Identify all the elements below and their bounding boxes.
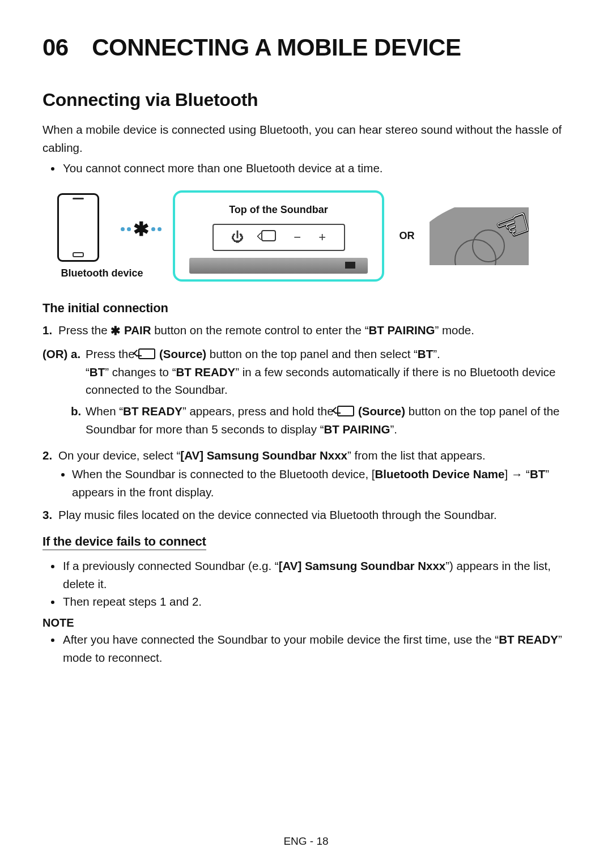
bluetooth-device-label: Bluetooth device <box>42 267 162 279</box>
step-text: Press the ✱ PAIR button on the remote co… <box>58 321 570 341</box>
intro-paragraph: When a mobile device is connected using … <box>42 121 570 157</box>
source-icon <box>261 230 276 245</box>
section-heading: Connecting via Bluetooth <box>42 90 570 110</box>
list-letter: a. <box>71 345 86 399</box>
bluetooth-icon: ✱ <box>133 218 149 240</box>
soundbar-controls: ⏻ − + <box>212 224 345 251</box>
note-heading: NOTE <box>42 616 570 629</box>
bluetooth-icon: ✱ <box>110 324 121 337</box>
subheading-initial: The initial connection <box>42 301 570 316</box>
list-letter: b. <box>71 402 86 439</box>
step-text: On your device, select “[AV] Samsung Sou… <box>58 446 570 501</box>
step-text: Play music files located on the device c… <box>58 506 570 524</box>
tap-gesture-diagram: ☜ <box>430 207 529 265</box>
page-title: 06 CONNECTING A MOBILE DEVICE <box>42 34 570 61</box>
source-icon <box>337 406 354 416</box>
volume-up-icon: + <box>318 230 326 245</box>
soundbar-panel: Top of the Soundbar ⏻ − + <box>173 190 384 282</box>
fail-bullet: If a previously connected Soundbar (e.g.… <box>62 557 570 593</box>
fail-bullet: Then repeat steps 1 and 2. <box>62 593 570 611</box>
page-footer: ENG - 18 <box>0 835 612 848</box>
diagram: ✱ Bluetooth device Top of the Soundbar ⏻… <box>42 190 570 282</box>
power-icon: ⏻ <box>231 230 244 245</box>
or-label: (OR) <box>42 345 71 442</box>
list-number: 1. <box>42 321 58 341</box>
list-number: 3. <box>42 506 58 524</box>
source-icon <box>138 348 155 359</box>
note-bullet: After you have connected the Soundbar to… <box>62 631 570 667</box>
volume-down-icon: − <box>294 230 301 245</box>
list-number: 2. <box>42 446 58 501</box>
soundbar-body-icon <box>189 258 368 274</box>
subheading-fail: If the device fails to connect <box>42 534 206 550</box>
or-label: OR <box>396 230 418 242</box>
intro-bullet: You cannot connect more than one Bluetoo… <box>62 159 570 177</box>
step-text: Press the (Source) button on the top pan… <box>86 345 570 399</box>
step-sub-bullet: When the Soundbar is connected to the Bl… <box>72 465 570 501</box>
step-text: When “BT READY” appears, press and hold … <box>86 402 570 439</box>
bluetooth-stream-icon: ✱ <box>121 218 162 240</box>
phone-icon <box>57 193 99 262</box>
soundbar-top-label: Top of the Soundbar <box>181 204 376 216</box>
